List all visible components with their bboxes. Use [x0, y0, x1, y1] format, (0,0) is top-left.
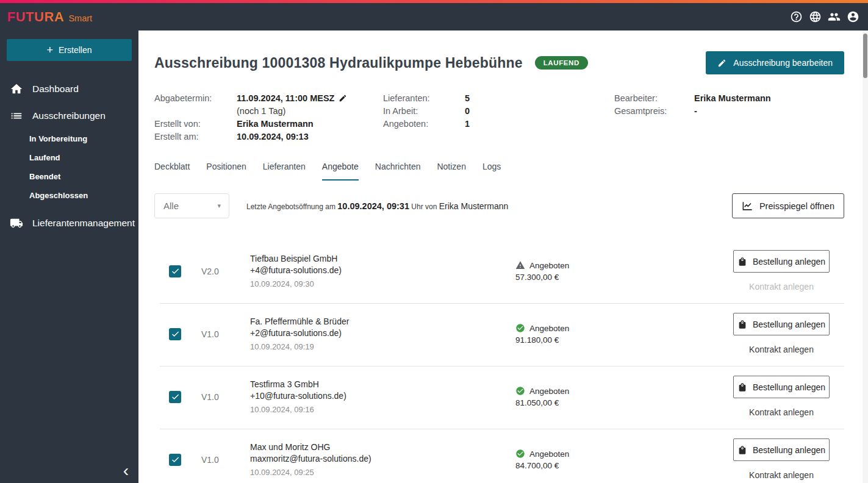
offer-price: 84.700,00 € [515, 461, 733, 470]
scrollbar-track[interactable] [863, 30, 868, 483]
create-order-button[interactable]: Bestellung anlegen [733, 250, 830, 273]
sidebar-item-label: Dashboard [32, 84, 79, 95]
offer-status-block: Angeboten 81.050,00 € [515, 386, 733, 407]
sidebar-subnav: In Vorbereitung Laufend Beendet Abgeschl… [0, 129, 138, 210]
info-column-editor: Bearbeiter: Erika Mustermann Gesamtpreis… [614, 92, 844, 143]
info-column-counts: Lieferanten: 5 In Arbeit: 0 Angeboten: 1 [383, 92, 614, 143]
tab-nachrichten[interactable]: Nachrichten [375, 162, 421, 181]
shopping-bag-icon [737, 257, 747, 267]
check-circle-icon [515, 449, 525, 459]
in-progress-value: 0 [465, 105, 470, 118]
offer-date: 10.09.2024, 09:25 [250, 467, 515, 478]
info-column-dates: Abgabetermin: 11.09.2024, 11:00 MESZ (no… [154, 92, 383, 143]
create-contract-link[interactable]: Kontrakt anlegen [749, 407, 814, 417]
offer-version: V2.0 [201, 267, 250, 276]
page-title: Ausschreibung 10001308 Hydraulikpumpe He… [154, 55, 523, 71]
offer-checkbox[interactable] [169, 454, 181, 466]
shopping-bag-icon [737, 320, 747, 329]
tab-lieferanten[interactable]: Lieferanten [263, 162, 306, 181]
offer-company-block: Tiefbau Beispiel GmbH +4@futura-solution… [250, 253, 515, 290]
offer-company-block: Fa. Pfeffermühle & Brüder +2@futura-solu… [250, 316, 515, 352]
company-name: Tiefbau Beispiel GmbH [250, 253, 515, 265]
created-at-value: 10.09.2024, 09:13 [237, 131, 309, 143]
sidebar-item-laufend[interactable]: Laufend [29, 148, 138, 167]
offer-actions: Bestellung anlegen Kontrakt anlegen [733, 313, 830, 355]
tab-logs[interactable]: Logs [482, 162, 501, 181]
offer-actions: Bestellung anlegen Kontrakt anlegen [733, 438, 830, 481]
scrollbar-thumb[interactable] [863, 34, 867, 78]
offer-company-block: Max und Moritz OHG maxmoritz@futura-solu… [250, 442, 515, 478]
create-order-button[interactable]: Bestellung anlegen [733, 376, 830, 398]
created-at-label: Erstellt am: [154, 131, 237, 143]
create-order-label: Bestellung anlegen [753, 320, 825, 329]
total-price-label: Gesamtpreis: [614, 105, 694, 118]
sidebar-item-abgeschlossen[interactable]: Abgeschlossen [29, 186, 138, 205]
sidebar-item-dashboard[interactable]: Dashboard [0, 76, 138, 102]
create-contract-link[interactable]: Kontrakt anlegen [749, 470, 814, 480]
offer-price: 81.050,00 € [515, 398, 733, 407]
sidebar-item-beendet[interactable]: Beendet [29, 167, 138, 186]
offered-count-label: Angeboten: [383, 118, 465, 131]
create-contract-link[interactable]: Kontrakt anlegen [749, 345, 814, 354]
create-button[interactable]: + Erstellen [7, 39, 132, 61]
offer-status-block: Angeboten 57.300,00 € [515, 260, 733, 282]
offer-company-block: Testfirma 3 GmbH +10@futura-solutions.de… [250, 379, 515, 415]
account-icon[interactable] [847, 10, 859, 23]
in-progress-label: In Arbeit: [383, 105, 465, 118]
app-logo: FUTURA Smart [7, 9, 92, 25]
status-badge: LAUFEND [535, 56, 588, 70]
offer-date: 10.09.2024, 09:19 [250, 341, 515, 352]
sidebar-item-ausschreibungen[interactable]: Ausschreibungen [0, 102, 138, 129]
brand-gradient-strip [0, 0, 868, 3]
app-window: FUTURA Smart + Erstellen Dashboard Aussc… [0, 0, 868, 483]
offer-row: V1.0 Fa. Pfeffermühle & Brüder +2@futura… [160, 304, 844, 367]
tab-deckblatt[interactable]: Deckblatt [154, 162, 190, 181]
tab-notizen[interactable]: Notizen [437, 162, 465, 181]
page-header: Ausschreibung 10001308 Hydraulikpumpe He… [154, 51, 844, 74]
open-price-mirror-label: Preisspiegel öffnen [759, 201, 834, 211]
last-opening-prefix: Letzte Angebotsöffnung am [246, 202, 335, 211]
edit-tender-button[interactable]: Ausschreibung bearbeiten [706, 51, 844, 74]
create-order-button[interactable]: Bestellung anlegen [733, 438, 830, 461]
total-price-value: - [694, 105, 697, 118]
editor-label: Bearbeiter: [614, 92, 694, 105]
tab-positionen[interactable]: Positionen [206, 162, 246, 181]
main-content: Ausschreibung 10001308 Hydraulikpumpe He… [138, 30, 868, 483]
warning-icon [515, 260, 525, 270]
help-icon[interactable] [790, 10, 803, 23]
offer-status-label: Angeboten [529, 324, 569, 333]
last-opening-user: Erika Mustermann [439, 201, 509, 211]
tab-angebote[interactable]: Angebote [322, 162, 359, 181]
company-email: +2@futura-solutions.de) [250, 327, 515, 339]
sidebar-item-lieferantenmanagement[interactable]: Lieferantenmanagement [0, 210, 138, 237]
shopping-bag-icon [737, 445, 747, 455]
sidebar-item-label: Lieferantenmanagement [32, 218, 135, 229]
list-icon [10, 109, 23, 123]
last-opening-text: Letzte Angebotsöffnung am 10.09.2024, 09… [246, 201, 508, 211]
offers-filter-select[interactable]: Alle ▾ [154, 193, 229, 218]
deadline-remaining: (noch 1 Tag) [237, 105, 285, 118]
sidebar-item-in-vorbereitung[interactable]: In Vorbereitung [29, 129, 138, 148]
offer-actions: Bestellung anlegen Kontrakt anlegen [733, 250, 830, 292]
create-order-button[interactable]: Bestellung anlegen [733, 313, 830, 335]
offer-version: V1.0 [201, 392, 250, 402]
edit-deadline-icon[interactable] [339, 94, 347, 102]
check-icon [171, 267, 180, 276]
offer-price: 57.300,00 € [515, 273, 733, 282]
edit-tender-button-label: Ausschreibung bearbeiten [733, 58, 833, 68]
offer-checkbox[interactable] [169, 265, 181, 277]
language-globe-icon[interactable] [809, 10, 822, 23]
last-opening-infix: Uhr von [411, 202, 437, 211]
created-by-value: Erika Mustermann [237, 118, 314, 131]
users-icon[interactable] [828, 10, 841, 23]
sidebar-collapse-chevron-icon[interactable]: ‹ [123, 462, 129, 479]
company-name: Testfirma 3 GmbH [250, 379, 515, 390]
offer-row: V1.0 Testfirma 3 GmbH +10@futura-solutio… [160, 367, 844, 429]
offer-checkbox[interactable] [169, 328, 181, 340]
check-circle-icon [515, 386, 525, 396]
offers-toolbar: Alle ▾ Letzte Angebotsöffnung am 10.09.2… [154, 193, 844, 218]
offer-row: V1.0 Max und Moritz OHG maxmoritz@futura… [160, 429, 844, 483]
open-price-mirror-button[interactable]: Preisspiegel öffnen [732, 193, 844, 218]
offer-checkbox[interactable] [169, 391, 181, 403]
offer-price: 91.180,00 € [515, 335, 733, 345]
